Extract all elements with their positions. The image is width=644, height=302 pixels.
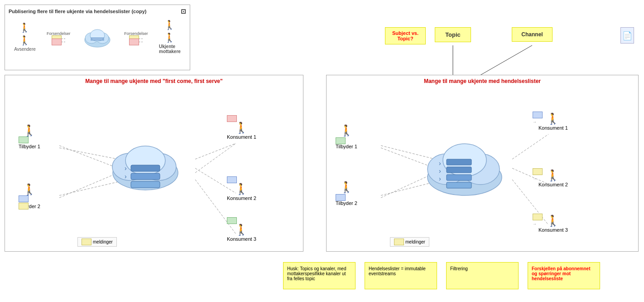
provider1-icon: 🚶: [19, 125, 40, 136]
left-c1-msg1: [227, 115, 237, 122]
svg-line-7: [480, 45, 532, 75]
sticky-channel: Channel: [512, 27, 553, 42]
left-consumer2: → 🚶 Konsument 2: [227, 177, 256, 201]
thumbnail-title: Publisering flere til flere ukjente via …: [9, 8, 186, 15]
right-provider1-label: Tilbyder 1: [336, 144, 357, 149]
consumer1-icon: 🚶: [227, 122, 256, 133]
right-consumer1-group: → 🚶 Konsument 1: [533, 112, 568, 131]
document-icon: 📄: [620, 27, 634, 44]
bottom-note-3: Filtrering: [446, 262, 519, 289]
svg-line-12: [195, 143, 236, 159]
bottom-note-2: Hendelseslister = immutable eventstreams: [365, 262, 437, 289]
r-p1-msg1: [336, 137, 346, 144]
diagram-right: Mange til mange ukjente med hendelseslis…: [326, 75, 639, 252]
diagram-right-title: Mange til mange ukjente med hendelseslis…: [327, 75, 638, 87]
left-p2-msg3: [19, 203, 29, 209]
r-legend-yellow: [394, 239, 404, 245]
svg-rect-22: [131, 181, 160, 188]
left-consumer3: → 🚶 Konsument 3: [227, 218, 256, 242]
svg-text:›: ›: [125, 173, 127, 180]
thumbnail-title-text: Publisering flere til flere ukjente via …: [9, 9, 146, 14]
left-provider1: 🚶 → Tilbyder 1: [19, 125, 40, 149]
svg-rect-37: [447, 167, 471, 173]
expand-icon[interactable]: ⊡: [181, 8, 186, 15]
r-p2-msg2: [336, 194, 346, 201]
bottom-note-1: Husk: Topics og kanaler, med mottakerspe…: [283, 262, 356, 289]
right-provider2-label: Tilbyder 2: [336, 200, 357, 206]
senders-group: 🚶 🚶 Avsendere: [14, 22, 36, 52]
senders-label: Avsendere: [14, 47, 36, 52]
left-c2-msg1: [227, 176, 237, 183]
svg-rect-21: [131, 173, 160, 180]
left-consumer2-label: Konsument 2: [227, 195, 256, 201]
bottom-note-4: Forskjellen på abonnemnet og spørringer …: [528, 262, 600, 289]
right-consumer2-label: Konsument 2: [538, 182, 568, 187]
left-c3-msg2: [227, 217, 237, 224]
svg-line-29: [512, 134, 548, 159]
diagram-left-inner: Mange til mange ukjente med "first come,…: [5, 75, 303, 251]
right-provider2: 🚶 → Tilbyder 2: [336, 182, 357, 206]
right-consumer2: 🚶 Konsument 2: [538, 170, 568, 187]
svg-text:›: ›: [439, 160, 441, 167]
cloud-right: › › ›: [417, 132, 512, 198]
r-consumer2-icon: 🚶: [538, 170, 568, 181]
right-consumer3: 🚶 Konsument 3: [538, 215, 568, 233]
diagram-left: Mange til mange ukjente med "first come,…: [5, 75, 303, 252]
right-legend: Ulike meldinger: [390, 237, 429, 247]
r-arr-c2: →: [533, 176, 537, 181]
svg-text:›: ›: [125, 165, 127, 172]
msg-env-4: [129, 39, 139, 45]
right-consumer3-label: Konsument 3: [538, 227, 568, 233]
left-consumer1-label: Konsument 1: [227, 134, 256, 140]
receive-arrows: Forsendelser: [124, 31, 148, 42]
legend-yellow: [82, 239, 91, 245]
left-p2-msg2: [19, 195, 29, 202]
consumer2-icon: 🚶: [227, 184, 256, 195]
consumer3-icon: 🚶: [227, 224, 256, 235]
right-consumer2-group: → 🚶 Konsument 2: [533, 168, 568, 187]
right-consumer3-group: → 🚶 Konsument 3: [533, 214, 568, 233]
right-provider1: 🚶 → Tilbyder 1: [336, 125, 357, 149]
left-legend: Ulike meldinger: [77, 237, 117, 247]
sticky-topic: Topic: [435, 27, 471, 42]
right-consumer1-label: Konsument 1: [538, 125, 568, 131]
bottom-notes-area: Husk: Topics og kanaler, med mottakerspe…: [283, 262, 600, 289]
receivers-label: Ukjentemottakere: [159, 44, 181, 54]
left-consumer3-label: Konsument 3: [227, 236, 256, 242]
cloud-thumb: [82, 25, 113, 48]
r-arr-c1: →: [533, 120, 537, 124]
thumbnail-box: Publisering flere til flere ukjente via …: [5, 5, 190, 70]
left-provider1-label: Tilbyder 1: [19, 144, 40, 149]
svg-rect-39: [447, 182, 471, 188]
svg-rect-36: [447, 159, 471, 165]
left-consumer1: → 🚶 Konsument 1: [227, 116, 256, 140]
cloud-left: › ›: [105, 134, 186, 193]
r-provider1-icon: 🚶: [336, 125, 357, 136]
sticky-subject: Subject vs. Topic?: [385, 27, 426, 44]
diagram-right-inner: Mange til mange ukjente med hendelseslis…: [327, 75, 638, 251]
thumbnail-diagram: 🚶 🚶 Avsendere Forsendelser: [9, 19, 186, 54]
right-consumer1: 🚶 Konsument 1: [538, 113, 568, 131]
left-provider2: 🚶 → Tilbyder 2: [19, 184, 40, 209]
r-consumer1-icon: 🚶: [538, 113, 568, 124]
svg-text:›: ›: [439, 167, 441, 175]
diagram-left-title: Mange til mange ukjente med "first come,…: [5, 75, 303, 87]
left-p1-msg1: [19, 136, 29, 143]
provider2-icon: 🚶: [19, 184, 40, 195]
svg-rect-38: [447, 175, 471, 180]
msg-env-2: [52, 39, 62, 45]
r-consumer3-icon: 🚶: [538, 215, 568, 226]
send-arrows: Forsendelser: [47, 31, 71, 42]
svg-rect-20: [131, 165, 160, 171]
r-arr-c3: →: [533, 222, 537, 226]
svg-text:›: ›: [439, 175, 441, 182]
svg-line-15: [195, 143, 236, 173]
r-provider2-icon: 🚶: [336, 182, 357, 193]
receivers-group: 🚶 🚶 Ukjentemottakere: [159, 19, 181, 54]
